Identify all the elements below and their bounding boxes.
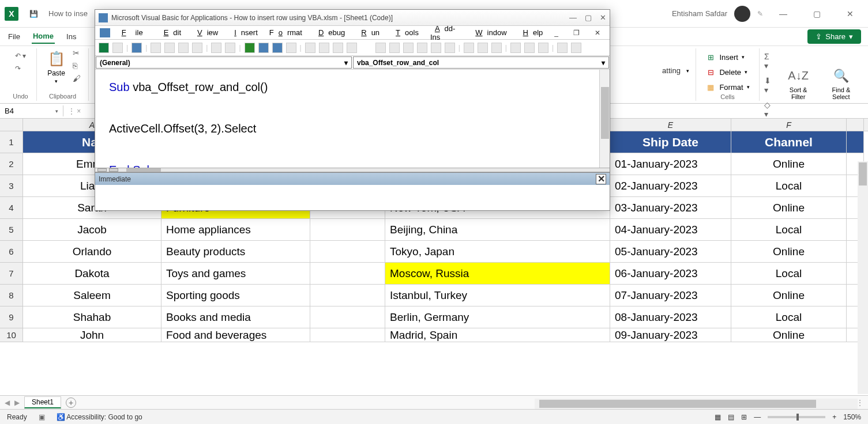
- vba-menu-addins[interactable]: Add-Ins: [426, 23, 464, 43]
- cell[interactable]: Online: [731, 328, 847, 342]
- cell[interactable]: [310, 241, 385, 263]
- cell[interactable]: Local: [731, 175, 847, 197]
- cell[interactable]: Jacob: [23, 219, 161, 241]
- vba-vertical-scrollbar[interactable]: [599, 70, 610, 168]
- vba-code-pane[interactable]: Sub vba_Offset_row_and_col() ActiveCell.…: [95, 70, 610, 168]
- find-select-button[interactable]: 🔍 Find & Select: [824, 66, 859, 101]
- vba-menu-tools[interactable]: Tools: [386, 27, 423, 38]
- minimize-button[interactable]: —: [770, 5, 796, 23]
- cell[interactable]: Berlin, Germany: [385, 306, 610, 328]
- row-header[interactable]: 7: [0, 263, 23, 285]
- vba-menu-view[interactable]: View: [188, 27, 223, 38]
- cell[interactable]: Food and beverages: [161, 328, 310, 342]
- vba-tool-break-icon[interactable]: [258, 43, 269, 53]
- vba-mdi-close[interactable]: ✕: [590, 28, 605, 38]
- col-header-F[interactable]: F: [731, 119, 847, 131]
- vba-mdi-restore[interactable]: ❐: [569, 28, 584, 38]
- row-header[interactable]: 9: [0, 306, 23, 328]
- cell[interactable]: Books and media: [161, 306, 310, 328]
- sheet-nav-next[interactable]: ▶: [14, 399, 20, 407]
- select-all-corner[interactable]: [0, 119, 23, 131]
- vba-tool-breakpoint-icon[interactable]: [403, 43, 414, 53]
- vba-tool-properties-icon[interactable]: [319, 43, 329, 53]
- clear-icon[interactable]: ◇ ▾: [764, 100, 776, 119]
- undo-icon[interactable]: ↶ ▾: [15, 52, 26, 60]
- vba-tool-save-icon[interactable]: [131, 43, 142, 53]
- vba-tool-project-icon[interactable]: [305, 43, 315, 53]
- vba-minimize-button[interactable]: —: [569, 13, 577, 22]
- save-icon[interactable]: 💾: [28, 8, 39, 20]
- vba-tool-misc2-icon[interactable]: [524, 43, 535, 53]
- cell[interactable]: 04-January-2023: [610, 219, 731, 241]
- vba-tool-uncomment-icon[interactable]: [431, 43, 441, 53]
- cell[interactable]: Beijing, China: [385, 219, 610, 241]
- cell[interactable]: [310, 285, 385, 306]
- fx-icon[interactable]: ⋮ ×: [63, 107, 85, 115]
- view-page-layout-icon[interactable]: ▤: [728, 413, 734, 421]
- vba-menu-help[interactable]: Help: [514, 27, 548, 38]
- row-header[interactable]: 3: [0, 175, 23, 197]
- vertical-scrollbar[interactable]: [858, 161, 868, 394]
- vba-tool-misc1-icon[interactable]: [510, 43, 521, 53]
- cell[interactable]: Online: [731, 285, 847, 306]
- vba-tool-object-icon[interactable]: [333, 43, 343, 53]
- cell[interactable]: 03-January-2023: [610, 197, 731, 219]
- vba-menu-file[interactable]: File: [112, 27, 152, 38]
- sheet-nav-prev[interactable]: ◀: [5, 399, 10, 407]
- macro-record-icon[interactable]: ▣: [39, 413, 45, 421]
- cell[interactable]: Home appliances: [161, 219, 310, 241]
- vba-procedure-view-icon[interactable]: [109, 168, 118, 172]
- accessibility-status[interactable]: ♿ Accessibility: Good to go: [57, 413, 142, 421]
- vba-tool-misc4-icon[interactable]: [557, 43, 568, 53]
- cell[interactable]: 08-January-2023: [610, 306, 731, 328]
- zoom-level[interactable]: 150%: [843, 413, 861, 421]
- autosum-icon[interactable]: Σ ▾: [764, 52, 776, 70]
- horizontal-scrollbar[interactable]: [535, 399, 858, 409]
- vba-maximize-button[interactable]: ▢: [585, 13, 592, 22]
- name-box[interactable]: B4 ▾: [0, 105, 63, 116]
- vba-menu-window[interactable]: Window: [466, 27, 511, 38]
- cell[interactable]: Online: [731, 153, 847, 175]
- vba-tool-next-bookmark-icon[interactable]: [464, 43, 474, 53]
- vba-tool-clear-bookmark-icon[interactable]: [491, 43, 502, 53]
- vba-tool-comment-icon[interactable]: [417, 43, 427, 53]
- row-header[interactable]: 1: [0, 131, 23, 153]
- cell[interactable]: Moscow, Russia: [385, 263, 610, 285]
- header-cell[interactable]: Ship Date: [610, 131, 731, 153]
- cell[interactable]: 07-January-2023: [610, 285, 731, 306]
- vba-tool-prev-bookmark-icon[interactable]: [478, 43, 488, 53]
- cell[interactable]: Dakota: [23, 263, 161, 285]
- vba-tool-misc5-icon[interactable]: [571, 43, 581, 53]
- col-header-E[interactable]: E: [610, 119, 731, 131]
- sheet-tab-sheet1[interactable]: Sheet1: [24, 396, 61, 408]
- zoom-in-icon[interactable]: +: [832, 413, 836, 421]
- vba-procedure-dropdown[interactable]: vba_Offset_row_and_col▾: [353, 56, 609, 69]
- vba-tool-undo-icon[interactable]: [211, 43, 221, 53]
- cell[interactable]: Online: [731, 197, 847, 219]
- vba-menu-edit[interactable]: Edit: [155, 27, 186, 38]
- vba-tool-cut-icon[interactable]: [151, 43, 161, 53]
- share-button[interactable]: ⇪ Share ▾: [807, 29, 861, 44]
- vba-tool-redo-icon[interactable]: [225, 43, 235, 53]
- cell[interactable]: Local: [731, 263, 847, 285]
- vba-full-module-view-icon[interactable]: [97, 168, 107, 172]
- cell[interactable]: Beauty products: [161, 241, 310, 263]
- tab-insert[interactable]: Ins: [65, 30, 77, 43]
- vba-titlebar[interactable]: Microsoft Visual Basic for Applications …: [95, 10, 610, 26]
- vba-object-dropdown[interactable]: (General)▾: [96, 56, 352, 69]
- fill-icon[interactable]: ⬇ ▾: [764, 76, 776, 94]
- cell[interactable]: Madrid, Spain: [385, 328, 610, 342]
- cell[interactable]: Shahab: [23, 306, 161, 328]
- vba-tool-outdent-icon[interactable]: [389, 43, 400, 53]
- cell[interactable]: [310, 219, 385, 241]
- insert-cells-button[interactable]: ⊞Insert ▾: [703, 51, 747, 63]
- cut-icon[interactable]: ✂: [73, 48, 81, 58]
- vba-menu-format[interactable]: Format: [265, 27, 307, 38]
- format-cells-button[interactable]: ▦Format ▾: [703, 81, 751, 93]
- vba-immediate-window[interactable]: Immediate ✕: [95, 172, 610, 185]
- vba-immediate-close-button[interactable]: ✕: [596, 174, 606, 184]
- cell[interactable]: 05-January-2023: [610, 241, 731, 263]
- cell[interactable]: [310, 306, 385, 328]
- cell[interactable]: Orlando: [23, 241, 161, 263]
- zoom-slider[interactable]: [768, 416, 825, 418]
